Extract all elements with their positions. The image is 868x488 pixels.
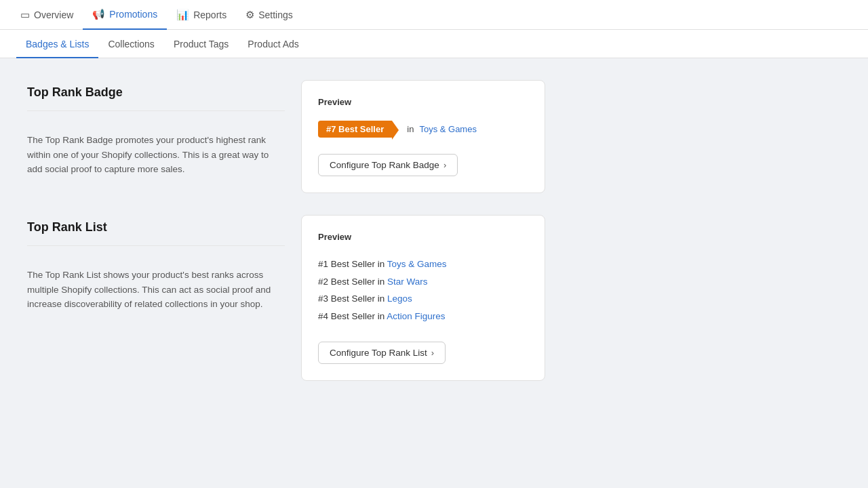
badge-preview-label: Preview — [318, 97, 528, 107]
subnav-product-ads[interactable]: Product Ads — [238, 30, 309, 58]
list-section-text: The Top Rank List shows your product's b… — [27, 268, 285, 312]
settings-icon: ⚙ — [245, 9, 254, 21]
chevron-right-icon: › — [443, 160, 446, 170]
collection-link-4[interactable]: Action Figures — [387, 311, 445, 321]
badge-tag-text: #7 Best Seller — [326, 124, 384, 134]
overview-icon: ▭ — [20, 9, 30, 21]
nav-item-overview[interactable]: ▭ Overview — [11, 0, 83, 30]
rank-text-2: #2 Best Seller in — [318, 277, 387, 287]
rank-text-3: #3 Best Seller in — [318, 293, 387, 304]
nav-label-overview: Overview — [34, 9, 73, 20]
collection-link-1[interactable]: Toys & Games — [387, 259, 447, 269]
list-preview-card: Preview #1 Best Seller in Toys & Games #… — [301, 215, 545, 381]
badge-section-title: Top Rank Badge — [27, 85, 285, 100]
rank-list: #1 Best Seller in Toys & Games #2 Best S… — [318, 256, 528, 325]
nav-item-reports[interactable]: 📊 Reports — [167, 0, 236, 30]
rank-text-4: #4 Best Seller in — [318, 311, 387, 321]
badge-preview-card: Preview #7 Best Seller in Toys & Games C… — [301, 80, 545, 193]
subnav-badges-lists[interactable]: Badges & Lists — [16, 30, 98, 58]
list-item: #2 Best Seller in Star Wars — [318, 273, 528, 291]
list-section: Top Rank List The Top Rank List shows yo… — [27, 215, 719, 381]
badge-section-text: The Top Rank Badge promotes your product… — [27, 133, 285, 177]
nav-item-settings[interactable]: ⚙ Settings — [236, 0, 302, 30]
list-item: #3 Best Seller in Legos — [318, 290, 528, 308]
nav-label-promotions: Promotions — [109, 9, 157, 20]
badge-tag: #7 Best Seller — [318, 121, 392, 138]
subnav-product-tags[interactable]: Product Tags — [164, 30, 238, 58]
promotions-icon: 📢 — [92, 8, 105, 20]
chevron-right-icon: › — [431, 348, 434, 358]
nav-label-reports: Reports — [193, 9, 226, 20]
configure-list-button[interactable]: Configure Top Rank List › — [318, 342, 446, 364]
top-navigation: ▭ Overview 📢 Promotions 📊 Reports ⚙ Sett… — [0, 0, 868, 30]
badge-section: Top Rank Badge The Top Rank Badge promot… — [27, 80, 719, 193]
badge-collection-link[interactable]: Toys & Games — [419, 124, 477, 134]
list-section-title: Top Rank List — [27, 220, 285, 235]
list-item: #4 Best Seller in Action Figures — [318, 308, 528, 325]
configure-badge-button[interactable]: Configure Top Rank Badge › — [318, 154, 458, 176]
list-item: #1 Best Seller in Toys & Games — [318, 256, 528, 273]
collection-link-3[interactable]: Legos — [387, 293, 412, 304]
rank-text-1: #1 Best Seller in — [318, 259, 387, 269]
collection-link-2[interactable]: Star Wars — [387, 277, 428, 287]
nav-label-settings: Settings — [258, 9, 293, 20]
list-preview-label: Preview — [318, 232, 528, 242]
badge-in-text: in — [407, 124, 414, 134]
list-divider — [27, 245, 285, 246]
subnav-collections[interactable]: Collections — [98, 30, 163, 58]
sub-navigation: Badges & Lists Collections Product Tags … — [0, 30, 868, 58]
reports-icon: 📊 — [176, 9, 189, 21]
main-content: Top Rank Badge The Top Rank Badge promot… — [0, 58, 746, 424]
nav-item-promotions[interactable]: 📢 Promotions — [83, 0, 167, 30]
badge-description-block: Top Rank Badge The Top Rank Badge promot… — [27, 80, 285, 177]
badge-divider — [27, 110, 285, 111]
badge-preview-content: #7 Best Seller in Toys & Games — [318, 121, 528, 138]
list-description-block: Top Rank List The Top Rank List shows yo… — [27, 215, 285, 312]
